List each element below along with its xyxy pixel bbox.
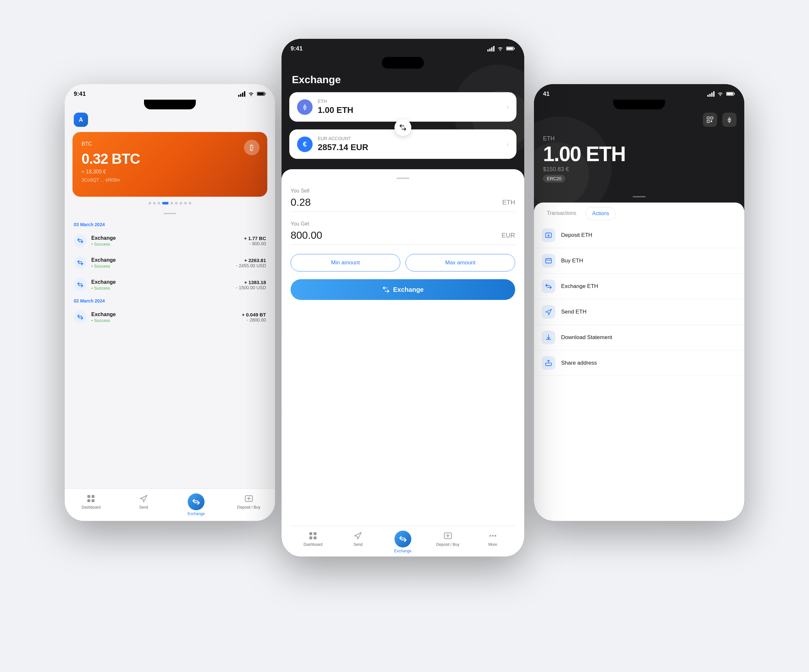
list-item-download[interactable]: Download Statement	[534, 325, 744, 350]
exchange-action-button[interactable]: Exchange	[290, 279, 515, 300]
exchange-eth-label: Exchange ETH	[561, 283, 598, 290]
card-carousel: BTC 0.32 BTC ≈ 18,300 € 3CoSQT ... eRt5b…	[65, 132, 275, 197]
exchange-icon	[74, 278, 87, 291]
status-icons-left	[238, 91, 266, 97]
eth-button[interactable]	[722, 112, 737, 127]
nav-send-label-c: Send	[353, 542, 363, 547]
min-amount-button[interactable]: Min amount	[290, 254, 400, 271]
sheet-handle-center	[290, 174, 515, 180]
svg-rect-1	[258, 93, 264, 95]
time-left: 9:41	[74, 90, 86, 97]
from-card[interactable]: ETH 1.00 ETH ›	[289, 92, 517, 122]
date-label-2: 02 March 2024	[65, 296, 275, 306]
nav-dashboard-c[interactable]: Dashboard	[290, 531, 336, 547]
right-sheet-handle	[534, 193, 744, 199]
signal-icon	[238, 91, 245, 97]
table-row: Exchange Success + 0.049 BT - 2800.00	[65, 306, 275, 328]
svg-rect-5	[92, 499, 94, 502]
nav-deposit-c[interactable]: Deposit / Buy	[425, 531, 470, 547]
wifi-icon-right	[717, 92, 723, 96]
nav-more-c[interactable]: More	[470, 531, 515, 547]
time-right: 41	[543, 90, 550, 97]
actions-list: Deposit ETH Buy ETH Exchange ETH	[534, 223, 744, 376]
dot	[171, 202, 173, 204]
dot	[153, 202, 156, 204]
btc-coin-icon: ₿	[244, 140, 260, 155]
status-bar-center: 9:41	[282, 39, 524, 54]
wifi-icon-center	[497, 46, 504, 51]
sell-value[interactable]: 0.28	[290, 196, 311, 208]
phone-left: 9:41 A	[65, 84, 275, 521]
dynamic-island-center	[382, 57, 424, 69]
exchange-btn-label: Exchange	[393, 286, 424, 293]
dot	[149, 202, 151, 204]
phone-center: 9:41 Exchange	[282, 39, 524, 556]
table-row: Exchange Success + 1.77 BC - 800.00	[65, 230, 275, 252]
status-icons-right	[707, 91, 735, 97]
max-amount-button[interactable]: Max amount	[406, 254, 515, 271]
nav-dashboard-label-c: Dashboard	[304, 542, 322, 547]
send-icon-c	[353, 531, 363, 541]
signal-icon-right	[707, 91, 715, 97]
list-item-deposit[interactable]: Deposit ETH	[534, 223, 744, 248]
sell-label: You Sell	[290, 188, 515, 194]
tx-amounts: + 0.049 BT - 2800.00	[242, 312, 266, 323]
center-header: Exchange	[282, 69, 524, 92]
bottom-nav-center: Dashboard Send Exchange	[290, 526, 515, 556]
tab-transactions[interactable]: Transactions	[540, 207, 583, 220]
sell-currency: ETH	[502, 199, 515, 206]
get-row: 800.00 EUR	[290, 230, 515, 245]
nav-deposit-label-c: Deposit / Buy	[436, 542, 459, 547]
deposit-eth-label: Deposit ETH	[561, 232, 592, 238]
transactions-section: 03 March 2024 Exchange Success + 1.77 BC…	[65, 220, 275, 328]
sell-row: 0.28 ETH	[290, 196, 515, 212]
swap-button[interactable]	[394, 119, 411, 136]
svg-point-22	[711, 121, 712, 122]
svg-rect-19	[707, 117, 709, 119]
nav-send-c[interactable]: Send	[336, 531, 381, 547]
svg-rect-9	[309, 532, 312, 535]
dot	[180, 202, 182, 204]
handle-bar	[163, 213, 176, 214]
list-item-send[interactable]: Send ETH	[534, 299, 744, 325]
status-bar-right: 41	[534, 84, 744, 100]
nav-deposit[interactable]: Deposit / Buy	[223, 493, 275, 509]
nav-send[interactable]: Send	[117, 493, 170, 509]
get-value[interactable]: 800.00	[290, 230, 322, 241]
sheet-handle	[65, 209, 275, 216]
list-item-buy[interactable]: Buy ETH	[534, 248, 744, 274]
btc-card[interactable]: BTC 0.32 BTC ≈ 18,300 € 3CoSQT ... eRt5b…	[72, 132, 267, 197]
send-icon	[139, 493, 149, 504]
exchange-active-circle-c	[394, 531, 411, 548]
from-card-info: ETH 1.00 ETH	[318, 99, 501, 115]
dot	[175, 202, 178, 204]
chevron-right-icon: ›	[507, 103, 509, 111]
scene: 9:41 A	[0, 0, 809, 672]
exchange-icon	[74, 311, 87, 323]
nav-dashboard-label: Dashboard	[82, 505, 101, 509]
amount-buttons: Min amount Max amount	[290, 254, 515, 271]
page-title-center: Exchange	[292, 74, 514, 86]
more-icon-c	[488, 531, 498, 541]
qr-button[interactable]	[703, 112, 717, 127]
get-field: You Get 800.00 EUR	[290, 221, 515, 245]
list-item-exchange[interactable]: Exchange ETH	[534, 274, 744, 299]
btc-ticker: BTC	[82, 141, 258, 147]
send-eth-icon	[542, 305, 555, 319]
nav-send-label: Send	[139, 505, 148, 509]
nav-dashboard[interactable]: Dashboard	[65, 493, 117, 509]
tab-actions[interactable]: Actions	[586, 207, 616, 220]
nav-exchange[interactable]: Exchange	[170, 493, 223, 516]
svg-rect-8	[507, 48, 513, 50]
list-item-share[interactable]: Share address	[534, 350, 744, 376]
dashboard-icon	[86, 493, 96, 504]
exchange-icon	[74, 256, 87, 269]
dot	[189, 202, 191, 204]
right-tabs: Transactions Actions	[534, 207, 744, 220]
exchange-active-circle	[188, 493, 205, 510]
btc-fiat: ≈ 18,300 €	[82, 169, 258, 175]
nav-exchange-c[interactable]: Exchange	[381, 531, 426, 553]
sell-field: You Sell 0.28 ETH	[290, 188, 515, 212]
download-statement-icon	[542, 331, 555, 344]
exchange-eth-icon	[542, 280, 555, 293]
